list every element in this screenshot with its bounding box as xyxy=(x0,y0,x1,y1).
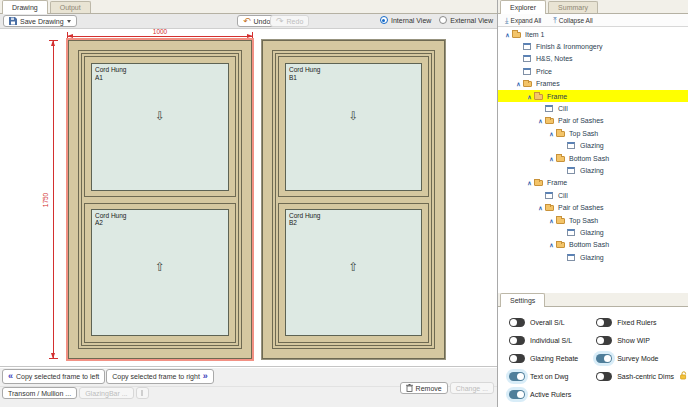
save-dropdown-caret-icon xyxy=(67,20,71,23)
tab-output[interactable]: Output xyxy=(50,1,91,13)
external-view-option[interactable]: External View xyxy=(439,16,493,24)
setting-row-fixed-rulers: Fixed Rulers xyxy=(596,313,688,331)
tree-item-cill[interactable]: Cill xyxy=(498,189,688,201)
tree-item-glazing[interactable]: Glazing xyxy=(498,140,688,152)
toggle-active-rulers[interactable] xyxy=(509,390,525,399)
tree-item-pair-of-sashes[interactable]: ∧Pair of Sashes xyxy=(498,115,688,127)
tree-item-frame[interactable]: ∧Frame xyxy=(498,90,688,102)
toggle-show-wip[interactable] xyxy=(596,336,612,345)
tree-item-frame[interactable]: ∧Frame xyxy=(498,177,688,189)
copy-frame-right-button[interactable]: Copy selected frame to right » xyxy=(106,369,214,384)
folder-icon xyxy=(512,32,521,38)
internal-view-radio[interactable] xyxy=(380,16,388,24)
internal-view-option[interactable]: Internal View xyxy=(380,16,431,24)
external-view-label: External View xyxy=(450,17,493,24)
tree-item-frames[interactable]: ∧Frames xyxy=(498,78,688,90)
toggle-overall-s-l[interactable] xyxy=(509,318,525,327)
collapse-caret-icon[interactable]: ∧ xyxy=(525,93,534,100)
dim-tick xyxy=(49,40,58,41)
internal-view-label: Internal View xyxy=(391,17,431,24)
detail-grid-icon xyxy=(567,254,575,261)
copy-frame-left-button[interactable]: « Copy selected frame to left xyxy=(2,369,105,384)
tree-item-label: Cill xyxy=(558,105,568,112)
collapse-all-button[interactable]: ⤒ Collapse All xyxy=(553,17,593,24)
toggle-sash-centric-dims[interactable] xyxy=(596,372,612,381)
frame-b-top-sash[interactable]: Cord Hung B1 ⇩ xyxy=(278,56,429,197)
tree-item-label: Glazing xyxy=(580,167,604,174)
tree-item-top-sash[interactable]: ∧Top Sash xyxy=(498,127,688,139)
detail-grid-icon xyxy=(567,167,575,174)
tree-item-label: Item 1 xyxy=(525,31,544,38)
redo-button[interactable]: ↷ Redo xyxy=(270,15,309,27)
tab-explorer[interactable]: Explorer xyxy=(500,0,546,14)
undo-label: Undo xyxy=(254,18,271,25)
tree-item-cill[interactable]: Cill xyxy=(498,102,688,114)
tree-item-glazing[interactable]: Glazing xyxy=(498,226,688,238)
toggle-label: Active Rulers xyxy=(530,391,571,398)
collapse-caret-icon[interactable]: ∧ xyxy=(514,80,523,87)
settings-toggles: Overall S/LIndividual S/LGlazing RebateT… xyxy=(509,313,688,403)
glazing-bar-button[interactable]: GlazingBar ... xyxy=(79,387,133,399)
glazing-tool-button[interactable] xyxy=(136,387,149,399)
frame-a[interactable]: Cord Hung A1 ⇩ Cord Hung A2 ⇧ xyxy=(68,40,252,359)
tab-drawing[interactable]: Drawing xyxy=(2,0,48,14)
detail-grid-icon xyxy=(567,142,575,149)
window-designer-app: Drawing Output Save Drawing ↶ Undo ↷ Red… xyxy=(0,0,688,407)
collapse-caret-icon[interactable]: ∧ xyxy=(536,117,545,124)
settings-tabstrip: Settings xyxy=(498,293,688,307)
setting-row-sash-centric-dims: Sash-centric Dims xyxy=(596,367,688,385)
expand-all-button[interactable]: ⤓ Expand All xyxy=(505,17,541,24)
external-view-radio[interactable] xyxy=(439,16,447,24)
view-mode-radios: Internal View External View xyxy=(380,16,493,24)
setting-row-active-rulers: Active Rulers xyxy=(509,385,596,403)
frame-b-sashes: Cord Hung B1 ⇩ Cord Hung B2 ⇧ xyxy=(278,56,429,343)
frame-a-bottom-glass[interactable]: Cord Hung A2 ⇧ xyxy=(91,209,229,337)
drawing-panel: Drawing Output Save Drawing ↶ Undo ↷ Red… xyxy=(0,0,497,407)
tree-item-glazing[interactable]: Glazing xyxy=(498,251,688,263)
folder-icon xyxy=(534,94,543,100)
frame-b-bottom-glass[interactable]: Cord Hung B2 ⇧ xyxy=(285,209,422,337)
tree-item-bottom-sash[interactable]: ∧Bottom Sash xyxy=(498,239,688,251)
detail-grid-icon xyxy=(523,43,531,50)
change-button[interactable]: Change ... xyxy=(450,382,494,394)
toggle-text-on-dwg[interactable] xyxy=(509,372,525,381)
pane-label: Cord Hung B2 xyxy=(289,212,320,227)
frame-b-bottom-sash[interactable]: Cord Hung B2 ⇧ xyxy=(278,203,429,344)
remove-button[interactable]: Remove xyxy=(400,382,448,394)
toggle-fixed-rulers[interactable] xyxy=(596,318,612,327)
drawing-canvas[interactable]: 1000 1750 Cord Hung xyxy=(0,30,497,367)
collapse-caret-icon[interactable]: ∧ xyxy=(525,179,534,186)
collapse-caret-icon[interactable]: ∧ xyxy=(547,241,556,248)
collapse-caret-icon[interactable]: ∧ xyxy=(547,217,556,224)
tab-summary[interactable]: Summary xyxy=(548,1,598,13)
save-drawing-button[interactable]: Save Drawing xyxy=(3,15,77,27)
tree-item-h-s-notes[interactable]: H&S, Notes xyxy=(498,53,688,65)
frame-a-top-glass[interactable]: Cord Hung A1 ⇩ xyxy=(91,63,229,191)
tree-item-label: Glazing xyxy=(580,142,604,149)
folder-icon xyxy=(556,242,565,248)
toggle-survey-mode[interactable] xyxy=(596,354,612,363)
tree-item-glazing[interactable]: Glazing xyxy=(498,164,688,176)
transom-mullion-button[interactable]: Transom / Mullion ... xyxy=(2,387,77,399)
frame-b[interactable]: Cord Hung B1 ⇩ Cord Hung B2 ⇧ xyxy=(262,40,445,359)
remove-label: Remove xyxy=(416,385,442,392)
frame-a-bottom-sash[interactable]: Cord Hung A2 ⇧ xyxy=(84,203,236,344)
tree-item-pair-of-sashes[interactable]: ∧Pair of Sashes xyxy=(498,201,688,213)
frame-b-top-glass[interactable]: Cord Hung B1 ⇩ xyxy=(285,63,422,191)
tree-item-bottom-sash[interactable]: ∧Bottom Sash xyxy=(498,152,688,164)
collapse-caret-icon[interactable]: ∧ xyxy=(536,204,545,211)
collapse-caret-icon[interactable]: ∧ xyxy=(503,31,512,38)
collapse-caret-icon[interactable]: ∧ xyxy=(547,130,556,137)
width-dimension-label: 1000 xyxy=(67,28,253,35)
tree-item-top-sash[interactable]: ∧Top Sash xyxy=(498,214,688,226)
tree-item-finish-ironmongery[interactable]: Finish & Ironmongery xyxy=(498,40,688,52)
tree-item-item-1[interactable]: ∧Item 1 xyxy=(498,28,688,40)
toggle-glazing-rebate[interactable] xyxy=(509,354,525,363)
collapse-caret-icon[interactable]: ∧ xyxy=(547,155,556,162)
tree-item-label: Top Sash xyxy=(569,130,598,137)
frame-a-top-sash[interactable]: Cord Hung A1 ⇩ xyxy=(84,56,236,197)
tab-settings[interactable]: Settings xyxy=(500,293,545,307)
chevron-double-left-icon: « xyxy=(8,373,13,380)
toggle-individual-s-l[interactable] xyxy=(509,336,525,345)
tree-item-price[interactable]: Price xyxy=(498,65,688,77)
